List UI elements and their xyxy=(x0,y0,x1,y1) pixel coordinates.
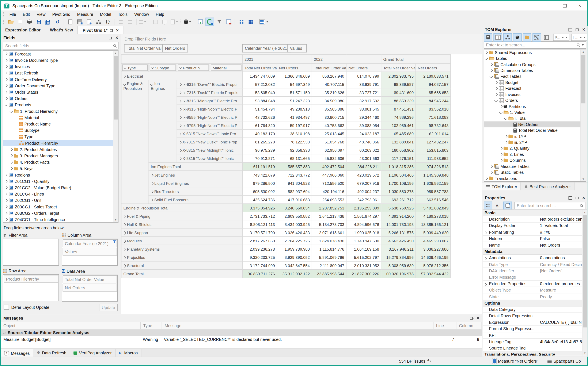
chevron-right-icon[interactable] xyxy=(4,52,8,55)
chevron-right-icon[interactable] xyxy=(10,160,13,163)
chevron-right-icon[interactable] xyxy=(504,135,507,138)
chevron-right-icon[interactable] xyxy=(4,78,8,81)
dropdown-icon[interactable] xyxy=(144,21,146,22)
comment-icon[interactable] xyxy=(151,17,160,26)
open-file-icon[interactable] xyxy=(6,17,15,26)
menu-view[interactable]: View xyxy=(33,11,49,18)
chevron-right-icon[interactable] xyxy=(123,223,126,226)
chevron-right-icon[interactable] xyxy=(178,141,181,144)
chevron-right-icon[interactable] xyxy=(150,198,153,201)
fields-tree-item-z03cg2-orders-target[interactable]: Z03CG2 - Orders Target xyxy=(3,210,118,216)
fields-tree-item-1-product-hierarchy[interactable]: 1. Product Hierarchy xyxy=(3,108,118,114)
property-value[interactable]: 1. Value\i. Total xyxy=(538,223,587,229)
pivot-colgroup-2021[interactable]: 2021 xyxy=(242,54,312,63)
chevron-right-icon[interactable] xyxy=(178,157,181,160)
pivot-row-fuel-piping[interactable]: Fuel & Piping xyxy=(121,212,243,220)
search-options-icon[interactable] xyxy=(582,44,584,46)
property-value[interactable]: CALCULATE ( [Total Net... xyxy=(538,319,587,326)
close-button[interactable]: × xyxy=(572,1,587,11)
tom-tree-item-translations[interactable]: Translations xyxy=(484,175,586,181)
chevron-down-icon[interactable] xyxy=(485,57,488,60)
uncomment-icon[interactable] xyxy=(160,17,169,26)
close-icon[interactable]: × xyxy=(582,196,585,200)
fields-tree-item-invoice-document-type[interactable]: Invoice Document Type xyxy=(3,57,118,63)
chevron-right-icon[interactable] xyxy=(4,59,8,61)
property-value[interactable]: [Net Orders] xyxy=(538,268,587,274)
chevron-right-icon[interactable] xyxy=(150,190,153,193)
undo-icon[interactable]: ↺ xyxy=(53,17,62,26)
fields-tree-item-5-keys[interactable]: 5. Keys xyxy=(3,165,118,172)
pin-icon[interactable] xyxy=(110,28,114,32)
chevron-down-icon[interactable] xyxy=(150,83,153,85)
property-value[interactable] xyxy=(538,306,587,313)
chevron-right-icon[interactable] xyxy=(10,148,13,151)
pin-icon[interactable] xyxy=(470,316,474,320)
chevron-right-icon[interactable] xyxy=(4,84,8,87)
chevron-right-icon[interactable] xyxy=(4,65,8,68)
hierarchies-filter-icon[interactable] xyxy=(503,33,512,41)
bottom-tab-data-refresh[interactable]: ⚙Data Refresh xyxy=(33,349,70,357)
fields-tree-item-2-product-attributes[interactable]: 2. Product Attributes xyxy=(3,146,118,152)
pivot-valueheader-net-orders[interactable]: Net Orders xyxy=(416,63,451,72)
chevron-right-icon[interactable] xyxy=(178,99,181,103)
deploy-database-icon[interactable] xyxy=(183,17,192,26)
dropdown-icon[interactable] xyxy=(566,37,568,38)
fields-tree-item-on-time-delivery[interactable]: On-Time Delivery xyxy=(3,76,118,83)
tom-tree-item-1-value[interactable]: 1. Value xyxy=(484,109,586,115)
save-icon[interactable] xyxy=(34,17,43,26)
messages-col-line[interactable]: Line xyxy=(433,322,456,329)
chevron-down-icon[interactable] xyxy=(4,103,8,106)
pivot-row-planetary-systems[interactable]: Planetary Systems xyxy=(121,245,243,253)
messages-col-message[interactable]: Message xyxy=(162,322,433,329)
tom-tree-item-2-quantity[interactable]: 2. Quantity xyxy=(484,145,586,151)
grid-view-icon[interactable] xyxy=(237,17,246,26)
dock-tab-tom-explorer[interactable]: TOM Explorer xyxy=(482,183,521,190)
property-value[interactable] xyxy=(538,274,587,280)
pin-icon[interactable] xyxy=(108,36,112,40)
pivot-row-x-8315-new-midnight-ionic[interactable]: X-8315 "New Midnight"" Ionic xyxy=(177,154,242,162)
close-icon[interactable]: × xyxy=(477,316,479,320)
property-value[interactable]: #,##0 xyxy=(538,229,587,235)
rowfield-button[interactable]: Type xyxy=(122,64,148,71)
close-icon[interactable]: × xyxy=(116,28,119,32)
area-box-filter[interactable] xyxy=(3,239,59,266)
tom-tree-item-orders[interactable]: Orders xyxy=(484,98,586,103)
pivot-row-ix-9315-high-noon-electric-p[interactable]: Ix-9315 "High-Noon"" Electric P xyxy=(177,105,242,113)
fields-tree-item-subtype[interactable]: Subtype xyxy=(3,127,118,133)
indent-icon[interactable] xyxy=(116,17,125,26)
chevron-down-icon[interactable] xyxy=(504,117,507,120)
dropdown-icon[interactable] xyxy=(562,37,564,38)
chevron-right-icon[interactable] xyxy=(500,153,502,156)
chevron-down-icon[interactable] xyxy=(490,75,493,78)
pivot-column-chip-values[interactable]: Values xyxy=(287,44,306,53)
pivot-row-rcs-thrusters[interactable]: Rcs Thrusters xyxy=(149,187,242,195)
pivot-row-x-6315-new-dawn-ionic-pro[interactable]: X-6315 "New Dawn"" Ionic Pro xyxy=(177,130,242,138)
chevron-right-icon[interactable] xyxy=(178,116,181,119)
chevron-down-icon[interactable] xyxy=(494,99,497,102)
menu-help[interactable]: Help xyxy=(152,11,168,18)
update-button[interactable]: Update xyxy=(99,304,118,311)
fields-tree-item-z02cg1-unit[interactable]: Z02CG1 - Unit xyxy=(3,197,118,203)
property-value[interactable]: False xyxy=(538,236,587,242)
pivot-row-hull-shields[interactable]: Hull & Shields xyxy=(121,220,243,228)
fields-tree-item-order-status[interactable]: Order Status xyxy=(3,89,118,95)
tom-tree-item-invoices[interactable]: Invoices xyxy=(484,91,586,97)
new-script-icon[interactable]: { } xyxy=(103,17,112,26)
expander-icon[interactable] xyxy=(484,257,487,260)
sort-alpha-button[interactable]: A↓ xyxy=(494,201,502,210)
property-value[interactable]: 4b34a3e0-ef13-4b57-831... xyxy=(538,339,587,345)
pivot-row-solid-fuel-boosters[interactable]: Solid Fuel Boosters xyxy=(149,195,242,204)
pivot-row-x-7315-new-dusk-ionic-prop[interactable]: X-7315 "New Dusk"" Ionic Prop xyxy=(177,138,242,146)
chevron-right-icon[interactable] xyxy=(10,154,13,157)
fields-tree-item-orders[interactable]: Orders xyxy=(3,95,118,101)
scrollbar-thumb[interactable] xyxy=(581,55,586,103)
perspective-combo[interactable]: P... xyxy=(553,34,569,41)
group-collapse-icon[interactable] xyxy=(3,331,6,334)
fields-tree-item-material[interactable]: Material xyxy=(3,114,118,121)
menu-tools[interactable]: Tools xyxy=(114,11,131,18)
clear-filters-icon[interactable] xyxy=(215,17,224,26)
pivot-row-grand-total[interactable]: Grand Total xyxy=(121,270,243,278)
pivot-row-ix-8315-midnight-electric-pro[interactable]: Ix-8315 "Midnight"" Electric Pro xyxy=(177,96,242,105)
chevron-right-icon[interactable] xyxy=(500,159,502,162)
categorize-button[interactable] xyxy=(484,201,492,210)
